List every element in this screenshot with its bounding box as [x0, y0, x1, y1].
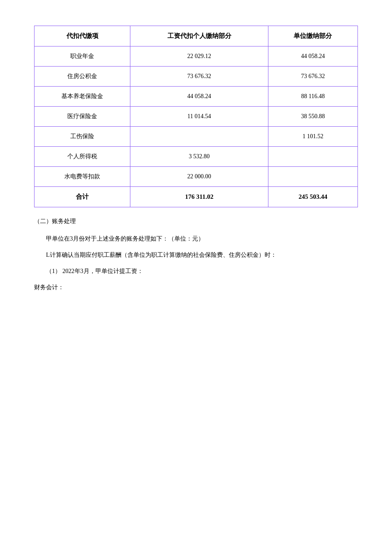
- cell-personal: 176 311.02: [130, 187, 268, 207]
- table-row: 基本养老保险金44 058.2488 116.48: [35, 87, 358, 107]
- cell-personal: 3 532.80: [130, 147, 268, 167]
- cell-item: 住房公积金: [35, 67, 130, 87]
- cell-item: 水电费等扣款: [35, 167, 130, 187]
- cell-item: 医疗保险金: [35, 107, 130, 127]
- col-header-personal: 工资代扣个人缴纳部分: [130, 26, 268, 46]
- col-header-unit: 单位缴纳部分: [268, 26, 357, 46]
- table-row: 合计176 311.02245 503.44: [35, 187, 358, 207]
- table-row: 职业年金22 029.1244 058.24: [35, 46, 358, 67]
- main-table-container: 代扣代缴项 工资代扣个人缴纳部分 单位缴纳部分 职业年金22 029.1244 …: [34, 26, 358, 207]
- cell-personal: 11 014.54: [130, 107, 268, 127]
- table-row: 医疗保险金11 014.5438 550.88: [35, 107, 358, 127]
- cell-personal: 44 058.24: [130, 87, 268, 107]
- cell-item: 职业年金: [35, 46, 130, 67]
- cell-item: 合计: [35, 187, 130, 207]
- cell-unit: 73 676.32: [268, 67, 357, 87]
- paragraph-4: 财务会计：: [34, 282, 358, 293]
- cell-personal: 22 000.00: [130, 167, 268, 187]
- paragraph-3: （1） 2022年3月，甲单位计提工资：: [34, 265, 358, 277]
- table-row: 工伤保险1 101.52: [35, 127, 358, 147]
- blank-area: [34, 298, 358, 375]
- cell-unit: 88 116.48: [268, 87, 357, 107]
- cell-unit: [268, 147, 357, 167]
- cell-item: 基本养老保险金: [35, 87, 130, 107]
- cell-unit: 245 503.44: [268, 187, 357, 207]
- table-row: 住房公积金73 676.3273 676.32: [35, 67, 358, 87]
- section-title: （二）账务处理: [34, 218, 358, 225]
- paragraph-2: L计算确认当期应付职工薪酬（含单位为职工计算缴纳的社会保险费、住房公积金）时：: [34, 249, 358, 261]
- cell-unit: 38 550.88: [268, 107, 357, 127]
- cell-personal: 73 676.32: [130, 67, 268, 87]
- table-row: 个人所得税3 532.80: [35, 147, 358, 167]
- cell-unit: 1 101.52: [268, 127, 357, 147]
- cell-unit: 44 058.24: [268, 46, 357, 67]
- col-header-item: 代扣代缴项: [35, 26, 130, 46]
- table-row: 水电费等扣款22 000.00: [35, 167, 358, 187]
- cell-unit: [268, 167, 357, 187]
- cell-item: 工伤保险: [35, 127, 130, 147]
- paragraph-1: 甲单位在3月份对于上述业务的账务处理如下：（单位：元）: [34, 233, 358, 245]
- deduction-table: 代扣代缴项 工资代扣个人缴纳部分 单位缴纳部分 职业年金22 029.1244 …: [34, 26, 358, 207]
- cell-personal: [130, 127, 268, 147]
- cell-personal: 22 029.12: [130, 46, 268, 67]
- cell-item: 个人所得税: [35, 147, 130, 167]
